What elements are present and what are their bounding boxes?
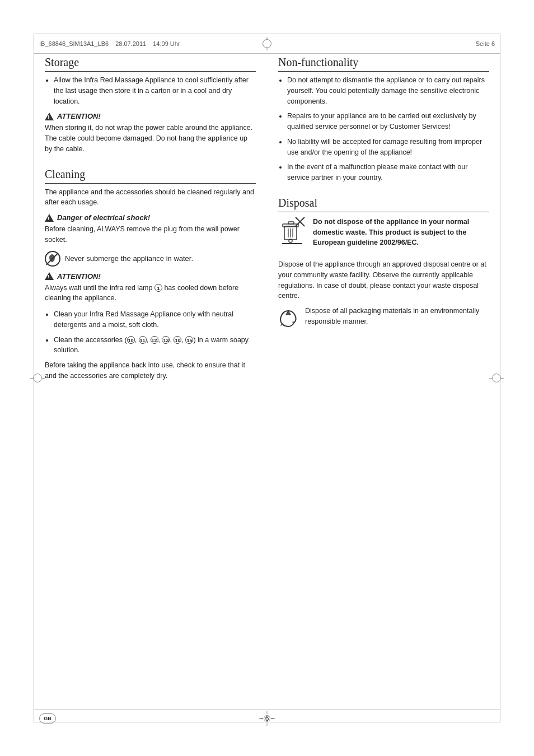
- non-functionality-title: Non-functionality: [278, 56, 489, 72]
- cleaning-attention: ATTENTION! Always wait until the infra r…: [45, 272, 256, 304]
- cleaning-attention-icon: [45, 272, 54, 280]
- right-column: Non-functionality Do not attempt to dism…: [278, 56, 489, 711]
- danger-body: Before cleaning, ALWAYS remove the plug …: [45, 224, 256, 245]
- attention-triangle-icon: [45, 113, 54, 120]
- non-func-bullet3: No liability will be accepted for damage…: [287, 137, 489, 158]
- main-content: Storage Allow the Infra Red Massage Appl…: [45, 56, 489, 711]
- non-functionality-bullets: Do not attempt to dismantle the applianc…: [287, 75, 489, 183]
- non-func-bullet2: Repairs to your appliance are to be carr…: [287, 111, 489, 132]
- document-header: IB_68846_SIM13A1_LB6 28.07.2011 14:09 Uh…: [34, 34, 500, 54]
- cleaning-bullet2: Clean the accessories (10, 11, 12, 13, 1…: [54, 335, 256, 356]
- cleaning-bullet1: Clean your Infra Red Massage Appliance o…: [54, 309, 256, 330]
- non-func-bullet4: In the event of a malfunction please mak…: [287, 162, 489, 183]
- disposal-bin-icon: [278, 217, 306, 245]
- storage-attention-title: ATTENTION!: [45, 112, 256, 120]
- gb-badge: GB: [39, 713, 56, 724]
- header-filename: IB_68846_SIM13A1_LB6: [39, 40, 109, 47]
- storage-section: Storage Allow the Infra Red Massage Appl…: [45, 56, 256, 155]
- svg-rect-2: [288, 222, 294, 224]
- disposal-body: Dispose of the appliance through an appr…: [278, 259, 489, 301]
- cleaning-attention-title: ATTENTION!: [45, 272, 256, 281]
- no-submerge-text: Never submerge the appliance in water.: [65, 254, 193, 263]
- recycle-text: Dispose of all packaging materials in an…: [305, 306, 489, 327]
- left-column: Storage Allow the Infra Red Massage Appl…: [45, 56, 256, 711]
- header-time: 14:09 Uhr: [153, 40, 180, 47]
- cleaning-intro: The appliance and the accessories should…: [45, 187, 256, 208]
- cleaning-title: Cleaning: [45, 168, 256, 184]
- recycle-row: Dispose of all packaging materials in an…: [278, 306, 489, 332]
- cleaning-section: Cleaning The appliance and the accessori…: [45, 168, 256, 381]
- disposal-icon-text: Do not dispose of the appliance in your …: [313, 217, 489, 248]
- storage-attention: ATTENTION! When storing it, do not wrap …: [45, 112, 256, 154]
- non-functionality-section: Non-functionality Do not attempt to dism…: [278, 56, 489, 183]
- page-footer: GB - 6 -: [34, 710, 500, 722]
- cleaning-attention-body: Always wait until the infra red lamp 1 h…: [45, 283, 256, 304]
- danger-section: Danger of electrical shock! Before clean…: [45, 213, 256, 245]
- left-crosshair: [33, 374, 42, 382]
- cleaning-bullets: Clean your Infra Red Massage Appliance o…: [54, 309, 256, 356]
- header-page: Seite 6: [476, 40, 495, 47]
- no-submerge-icon: [45, 251, 60, 267]
- storage-body: Allow the Infra Red Massage Appliance to…: [54, 75, 256, 106]
- disposal-section: Disposal: [278, 197, 489, 332]
- svg-rect-9: [282, 243, 302, 244]
- storage-title: Storage: [45, 56, 256, 72]
- header-date: 28.07.2011: [115, 40, 146, 47]
- storage-attention-body: When storing it, do not wrap the power c…: [45, 123, 256, 154]
- no-submerge-row: Never submerge the appliance in water.: [45, 251, 256, 267]
- recycle-icon: [278, 309, 298, 329]
- disposal-icon-row: Do not dispose of the appliance in your …: [278, 217, 489, 253]
- cleaning-before-use: Before taking the appliance back into us…: [45, 360, 256, 381]
- right-crosshair: [492, 374, 501, 382]
- header-crosshair: [263, 39, 271, 48]
- danger-triangle-icon: [45, 214, 54, 222]
- disposal-title: Disposal: [278, 197, 489, 212]
- non-func-bullet1: Do not attempt to dismantle the applianc…: [287, 75, 489, 106]
- page-number: - 6 -: [261, 715, 273, 722]
- danger-title: Danger of electrical shock!: [45, 213, 256, 222]
- lamp-num-icon: 1: [154, 284, 162, 292]
- water-drop-icon: [49, 254, 55, 262]
